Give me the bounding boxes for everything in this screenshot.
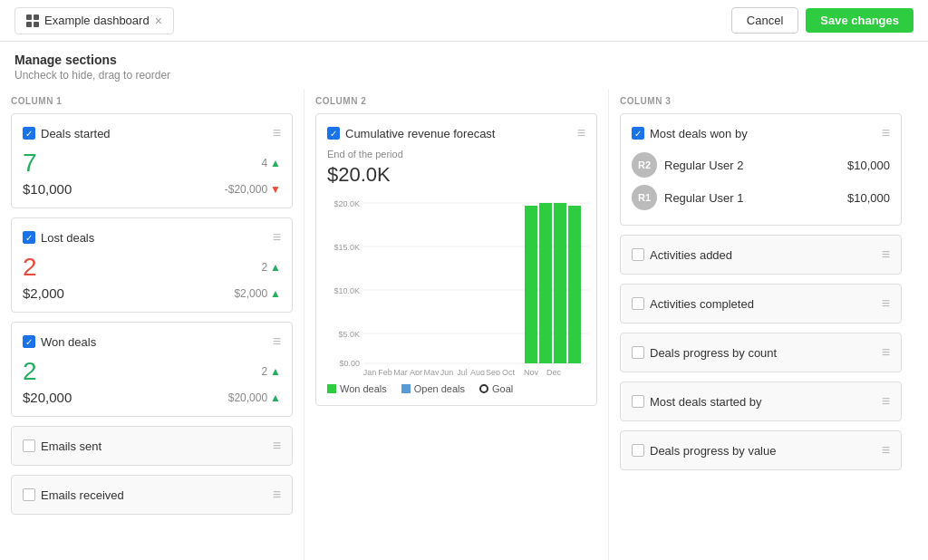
widget-activities-added: Activities added ≡ — [620, 235, 902, 275]
legend-goal-label: Goal — [492, 383, 513, 394]
svg-text:Mar: Mar — [393, 368, 408, 375]
svg-text:Aug: Aug — [470, 368, 485, 375]
activities-completed-title-group: Activities completed — [632, 297, 754, 311]
emails-received-drag-handle[interactable]: ≡ — [273, 487, 281, 503]
topbar-right: Cancel Save changes — [731, 7, 914, 34]
widget-deals-progress-count: Deals progress by count ≡ — [620, 333, 902, 372]
activities-added-checkbox[interactable] — [632, 248, 644, 261]
save-button[interactable]: Save changes — [806, 8, 914, 33]
deals-started-drag-handle[interactable]: ≡ — [273, 125, 281, 141]
won-deals-right-bottom: $20,000 ▲ — [228, 391, 281, 404]
arrow-up-icon: ▲ — [270, 157, 281, 169]
svg-text:$0.00: $0.00 — [339, 359, 360, 368]
deals-progress-count-drag-handle[interactable]: ≡ — [882, 344, 890, 361]
most-deals-won-drag-handle[interactable]: ≡ — [882, 125, 890, 141]
manage-header: Manage sections Uncheck to hide, drag to… — [0, 42, 928, 89]
revenue-forecast-label: Cumulative revenue forecast — [345, 127, 495, 140]
activities-added-label: Activities added — [650, 248, 732, 262]
dashboard-tab[interactable]: Example dashboard × — [14, 7, 174, 34]
col3-header: COLUMN 3 — [620, 96, 902, 106]
most-deals-won-title-group: ✓ Most deals won by — [632, 127, 748, 140]
user1-name: Regular User 2 — [664, 159, 743, 172]
activities-added-title-group: Activities added — [632, 248, 732, 262]
user2-name: Regular User 1 — [664, 191, 743, 205]
svg-text:Dec: Dec — [546, 368, 562, 375]
widget-lost-deals: ✓ Lost deals ≡ 2 2 ▲ $2,000 $2,000 ▲ — [11, 217, 293, 313]
lost-deals-checkbox[interactable]: ✓ — [23, 231, 35, 244]
emails-sent-checkbox[interactable] — [23, 439, 35, 452]
lost-deals-drag-handle[interactable]: ≡ — [273, 229, 281, 246]
svg-text:Oct: Oct — [502, 368, 516, 375]
deals-started-label: Deals started — [41, 127, 111, 140]
svg-text:$15.0K: $15.0K — [334, 243, 360, 252]
arrow-up-icon-3: ▲ — [270, 287, 281, 300]
deals-started-title-group: ✓ Deals started — [23, 127, 111, 140]
emails-sent-drag-handle[interactable]: ≡ — [273, 438, 281, 454]
deals-progress-value-checkbox[interactable] — [632, 444, 644, 457]
lost-deals-right-bottom: $2,000 ▲ — [234, 287, 281, 300]
deals-progress-value-drag-handle[interactable]: ≡ — [882, 442, 890, 459]
grid-icon — [26, 14, 39, 27]
widget-emails-received: Emails received ≡ — [11, 475, 293, 515]
user2-amount: $10,000 — [847, 191, 890, 205]
deals-started-main-stat: 7 — [23, 149, 37, 178]
most-deals-started-header: Most deals started by ≡ — [632, 393, 890, 410]
widget-emails-sent: Emails sent ≡ — [11, 426, 293, 466]
emails-received-checkbox[interactable] — [23, 488, 35, 501]
arrow-up-icon-4: ▲ — [270, 365, 281, 378]
arrow-up-icon-2: ▲ — [270, 261, 281, 274]
revenue-forecast-header: ✓ Cumulative revenue forecast ≡ — [327, 125, 585, 141]
revenue-forecast-checkbox[interactable]: ✓ — [327, 127, 340, 140]
svg-text:Jul: Jul — [457, 368, 468, 375]
deals-progress-value-title-group: Deals progress by value — [632, 444, 776, 458]
cancel-button[interactable]: Cancel — [731, 7, 798, 34]
most-deals-won-label: Most deals won by — [650, 127, 748, 140]
legend-won-deals: Won deals — [327, 383, 387, 394]
activities-completed-drag-handle[interactable]: ≡ — [882, 295, 890, 312]
deals-progress-value-header: Deals progress by value ≡ — [632, 442, 890, 459]
activities-completed-label: Activities completed — [650, 297, 754, 311]
user-row-1: R2 Regular User 2 $10,000 — [632, 149, 890, 181]
most-deals-started-drag-handle[interactable]: ≡ — [882, 393, 890, 410]
col2-header: COLUMN 2 — [315, 96, 597, 106]
lost-deals-main-stat: 2 — [23, 253, 37, 282]
deals-started-checkbox[interactable]: ✓ — [23, 127, 35, 140]
won-deals-drag-handle[interactable]: ≡ — [273, 333, 281, 350]
legend-goal-icon — [479, 384, 488, 393]
revenue-forecast-title-group: ✓ Cumulative revenue forecast — [327, 127, 495, 140]
revenue-forecast-drag-handle[interactable]: ≡ — [577, 125, 585, 141]
won-deals-label: Won deals — [41, 335, 96, 349]
svg-text:$20.0K: $20.0K — [334, 199, 360, 208]
bar-sep — [525, 206, 537, 363]
emails-received-header: Emails received ≡ — [23, 487, 281, 503]
column-3: COLUMN 3 ✓ Most deals won by ≡ R2 Regula… — [609, 89, 913, 560]
emails-sent-title-group: Emails sent — [23, 439, 102, 453]
svg-text:Jan: Jan — [363, 368, 377, 375]
chart-period-label: End of the period — [327, 149, 585, 159]
emails-received-label: Emails received — [41, 488, 124, 502]
legend-open-icon — [401, 384, 411, 393]
most-deals-won-checkbox[interactable]: ✓ — [632, 127, 644, 140]
legend-won-label: Won deals — [340, 383, 387, 394]
activities-added-drag-handle[interactable]: ≡ — [882, 246, 890, 263]
deals-started-header: ✓ Deals started ≡ — [23, 125, 281, 141]
deals-started-right-bottom: -$20,000 ▼ — [225, 183, 281, 196]
svg-text:$5.0K: $5.0K — [338, 330, 360, 339]
most-deals-started-label: Most deals started by — [650, 395, 762, 409]
deals-progress-count-checkbox[interactable] — [632, 346, 644, 359]
chart-legend: Won deals Open deals Goal — [327, 383, 585, 394]
widget-revenue-forecast: ✓ Cumulative revenue forecast ≡ End of t… — [315, 113, 597, 406]
svg-text:May: May — [423, 368, 440, 375]
lost-deals-header: ✓ Lost deals ≡ — [23, 229, 281, 246]
close-tab-icon[interactable]: × — [155, 14, 162, 28]
won-deals-checkbox[interactable]: ✓ — [23, 335, 35, 348]
col1-header: COLUMN 1 — [11, 96, 293, 106]
widget-most-deals-won: ✓ Most deals won by ≡ R2 Regular User 2 … — [620, 113, 902, 226]
main-content: COLUMN 1 ✓ Deals started ≡ 7 4 ▲ $10,000… — [0, 89, 928, 560]
most-deals-started-checkbox[interactable] — [632, 395, 644, 408]
activities-completed-checkbox[interactable] — [632, 297, 644, 310]
won-deals-right-top: 2 ▲ — [261, 365, 281, 378]
revenue-chart-svg: $20.0K $15.0K $10.0K $5.0K $0.00 — [327, 194, 594, 375]
deals-progress-count-header: Deals progress by count ≡ — [632, 344, 890, 361]
lost-deals-label: Lost deals — [41, 231, 94, 245]
